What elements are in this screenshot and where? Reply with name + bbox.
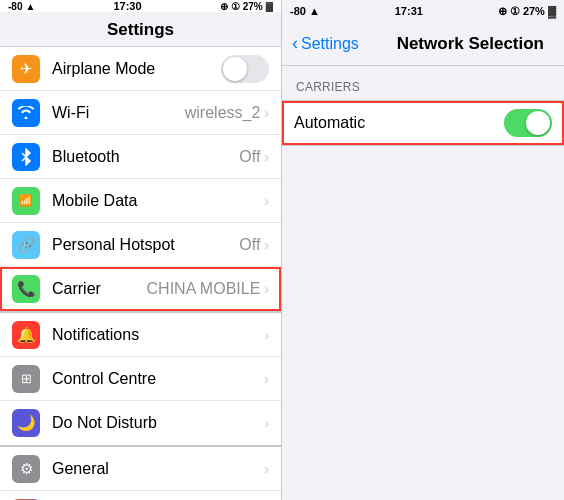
control-centre-icon: ⊞ — [12, 365, 40, 393]
control-centre-label: Control Centre — [52, 370, 264, 388]
gps-icon: ⊕ — [220, 1, 228, 12]
notifications-item[interactable]: 🔔 Notifications › — [0, 313, 281, 357]
mobile-data-item[interactable]: 📶 Mobile Data › — [0, 179, 281, 223]
general-item[interactable]: ⚙ General › — [0, 447, 281, 491]
left-time: 17:30 — [35, 0, 219, 12]
right-panel: -80 ▲ 17:31 ⊕ ① 27% ▓ ‹ Settings Network… — [282, 0, 564, 500]
general-label: General — [52, 460, 264, 478]
notifications-group: 🔔 Notifications › ⊞ Control Centre › 🌙 D… — [0, 312, 281, 446]
notifications-chevron: › — [264, 327, 269, 343]
personal-hotspot-value: Off — [239, 236, 260, 254]
automatic-item[interactable]: Automatic — [282, 101, 564, 145]
carrier-label: Carrier — [52, 280, 147, 298]
battery-indicator: 27% — [243, 1, 263, 12]
right-nav-bar: ‹ Settings Network Selection — [282, 22, 564, 66]
bluetooth-value: Off — [239, 148, 260, 166]
personal-hotspot-item[interactable]: 🔗 Personal Hotspot Off › — [0, 223, 281, 267]
mobile-data-label: Mobile Data — [52, 192, 264, 210]
notifications-label: Notifications — [52, 326, 264, 344]
connectivity-group: ✈ Airplane Mode Wi-Fi wireless_2 › — [0, 46, 281, 312]
mobile-data-icon: 📶 — [12, 187, 40, 215]
automatic-toggle[interactable] — [504, 109, 552, 137]
personal-hotspot-label: Personal Hotspot — [52, 236, 239, 254]
carrier-chevron: › — [264, 281, 269, 297]
back-chevron-icon: ‹ — [292, 33, 298, 54]
do-not-disturb-label: Do Not Disturb — [52, 414, 264, 432]
carrier-icon: 📞 — [12, 275, 40, 303]
control-centre-item[interactable]: ⊞ Control Centre › — [0, 357, 281, 401]
left-page-title: Settings — [107, 20, 174, 39]
back-button[interactable]: ‹ Settings — [292, 33, 359, 54]
general-icon: ⚙ — [12, 455, 40, 483]
carrier-value: CHINA MOBILE — [147, 280, 261, 298]
right-battery-text: 27% — [523, 5, 545, 17]
back-label: Settings — [301, 35, 359, 53]
do-not-disturb-item[interactable]: 🌙 Do Not Disturb › — [0, 401, 281, 445]
right-time: 17:31 — [395, 5, 423, 17]
right-status-bar: -80 ▲ 17:31 ⊕ ① 27% ▓ — [282, 0, 564, 22]
left-right-indicators: ⊕ ① 27% ▓ — [220, 1, 273, 12]
left-status-indicators: -80 ▲ — [8, 1, 35, 12]
left-panel: -80 ▲ 17:30 ⊕ ① 27% ▓ Settings ✈ Airplan… — [0, 0, 282, 500]
bluetooth-item[interactable]: Bluetooth Off › — [0, 135, 281, 179]
left-status-bar: -80 ▲ 17:30 ⊕ ① 27% ▓ — [0, 0, 281, 12]
wifi-label: Wi-Fi — [52, 104, 185, 122]
bluetooth-chevron: › — [264, 149, 269, 165]
carriers-section-header: CARRIERS — [282, 66, 564, 100]
automatic-label: Automatic — [294, 114, 504, 132]
airplane-mode-icon: ✈ — [12, 55, 40, 83]
right-right-indicators: ⊕ ① 27% ▓ — [498, 5, 556, 18]
right-wifi-icon: ▲ — [309, 5, 320, 17]
bluetooth-label: Bluetooth — [52, 148, 239, 166]
bluetooth-icon — [12, 143, 40, 171]
control-centre-chevron: › — [264, 371, 269, 387]
carrier-item[interactable]: 📞 Carrier CHINA MOBILE › — [0, 267, 281, 311]
do-not-disturb-icon: 🌙 — [12, 409, 40, 437]
airplane-mode-label: Airplane Mode — [52, 60, 221, 78]
mobile-data-chevron: › — [264, 193, 269, 209]
general-group: ⚙ General › AA Display & Brightness › 🌅 … — [0, 446, 281, 500]
wifi-item[interactable]: Wi-Fi wireless_2 › — [0, 91, 281, 135]
wifi-icon — [12, 99, 40, 127]
left-nav-title: Settings — [0, 12, 281, 46]
airplane-mode-toggle[interactable] — [221, 55, 269, 83]
right-battery-icon: ▓ — [548, 5, 556, 17]
airplane-mode-item[interactable]: ✈ Airplane Mode — [0, 47, 281, 91]
display-brightness-item[interactable]: AA Display & Brightness › — [0, 491, 281, 500]
right-signal: -80 — [290, 5, 306, 17]
right-signal2-icon: ① — [510, 5, 520, 17]
right-gps-icon: ⊕ — [498, 5, 507, 17]
general-chevron: › — [264, 461, 269, 477]
carriers-group: Automatic — [282, 100, 564, 146]
do-not-disturb-chevron: › — [264, 415, 269, 431]
signal-strength: -80 — [8, 1, 22, 12]
notifications-icon: 🔔 — [12, 321, 40, 349]
wifi-value: wireless_2 — [185, 104, 261, 122]
battery-icon: ▓ — [266, 1, 273, 12]
right-page-title: Network Selection — [359, 34, 554, 54]
personal-hotspot-chevron: › — [264, 237, 269, 253]
wifi-icon: ▲ — [25, 1, 35, 12]
signal2-icon: ① — [231, 1, 240, 12]
wifi-chevron: › — [264, 105, 269, 121]
right-left-indicators: -80 ▲ — [290, 5, 320, 17]
personal-hotspot-icon: 🔗 — [12, 231, 40, 259]
